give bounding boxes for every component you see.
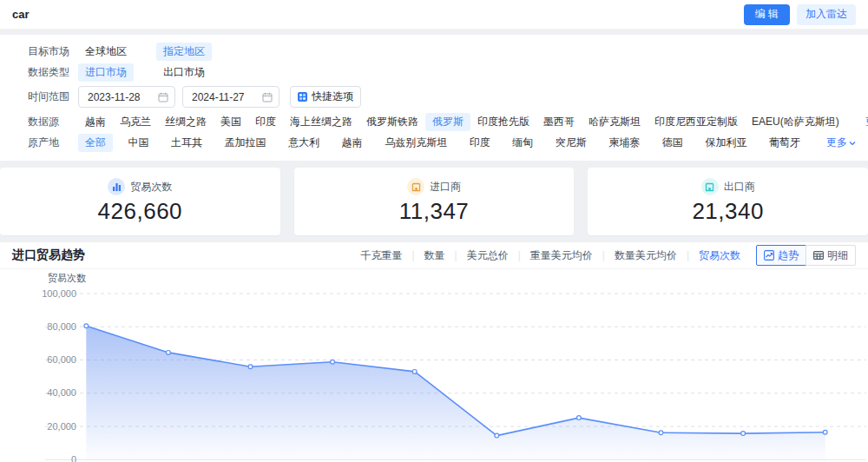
origin-more-link[interactable]: 更多 [826, 135, 856, 150]
filter-option[interactable]: 海上丝绸之路 [283, 113, 359, 131]
view-toggle-group: 趋势 明细 [756, 245, 856, 266]
svg-text:40,000: 40,000 [47, 387, 76, 398]
chart-metric-option[interactable]: 数量 [423, 249, 447, 261]
filter-option[interactable]: 进口市场 [78, 63, 134, 82]
filter-option[interactable]: 突尼斯 [549, 134, 594, 152]
filter-option[interactable]: 葡萄牙 [762, 134, 807, 152]
filter-option[interactable]: 美国 [214, 113, 248, 131]
filter-option[interactable]: 土耳其 [164, 134, 209, 152]
svg-text:20,000: 20,000 [47, 421, 76, 432]
filter-option[interactable]: 印度 [463, 134, 497, 152]
origin-options: 全部中国土耳其孟加拉国意大利越南乌兹别克斯坦印度缅甸突尼斯柬埔寨德国保加利亚葡萄… [78, 134, 807, 152]
filter-option[interactable]: 全球地区 [78, 43, 134, 61]
stat-label: 贸易次数 [130, 180, 172, 195]
stat-value: 21,340 [692, 198, 764, 225]
filter-option[interactable]: 丝绸之路 [158, 113, 214, 131]
filter-option[interactable]: 指定地区 [156, 43, 212, 61]
target-market-label: 目标市场 [28, 44, 78, 59]
add-to-radar-button[interactable]: 加入雷达 [797, 4, 856, 25]
filter-option[interactable]: 俄罗斯铁路 [359, 113, 425, 131]
stat-card-exporters: 出口商 21,340 [588, 168, 868, 235]
date-to-value[interactable] [192, 91, 254, 103]
stat-value: 426,660 [98, 198, 182, 225]
stat-value: 11,347 [399, 198, 470, 225]
filter-option[interactable]: 全部 [78, 134, 113, 152]
stat-label: 出口商 [724, 180, 755, 195]
data-type-label: 数据类型 [28, 65, 78, 80]
stat-label: 进口商 [430, 180, 461, 195]
detail-view-label: 明细 [827, 248, 848, 263]
origin-label: 原产地 [28, 135, 78, 150]
filter-option[interactable]: 印度 [248, 113, 283, 131]
data-source-options: 越南乌克兰丝绸之路美国印度海上丝绸之路俄罗斯铁路俄罗斯印度抢先版墨西哥哈萨克斯坦… [78, 113, 846, 131]
detail-view-button[interactable]: 明细 [806, 245, 856, 266]
filter-option[interactable]: 哈萨克斯坦 [582, 113, 648, 131]
filter-option[interactable]: 越南 [335, 134, 370, 152]
page-title: car [12, 8, 30, 21]
filter-option[interactable]: 乌兹别克斯坦 [378, 134, 454, 152]
exporter-icon [701, 178, 719, 195]
filter-option[interactable]: 出口市场 [156, 63, 212, 82]
chart-panel: 进口贸易趋势 千克重量|数量|美元总价|重量美元均价|数量美元均价|贸易次数 趋… [0, 242, 868, 462]
calendar-icon [262, 92, 273, 102]
chart-metric-option[interactable]: 数量美元均价 [613, 249, 679, 261]
svg-text:60,000: 60,000 [47, 354, 76, 365]
filter-option[interactable]: 越南 [78, 113, 113, 131]
filter-option[interactable]: 印度抢先版 [470, 113, 536, 131]
filter-option[interactable]: 缅甸 [505, 134, 540, 152]
filter-option[interactable]: 保加利亚 [698, 134, 753, 152]
filter-option[interactable]: 印度尼西亚定制版 [648, 113, 745, 131]
quick-options-icon [298, 92, 307, 102]
edit-button[interactable]: 编 辑 [744, 4, 790, 25]
filter-option[interactable]: EAEU(哈萨克斯坦) [745, 113, 846, 131]
trend-view-label: 趋势 [778, 248, 799, 263]
date-from-value[interactable] [88, 91, 150, 103]
quick-options-label: 快捷选项 [312, 89, 353, 104]
filter-option[interactable]: 德国 [655, 134, 690, 152]
data-source-label: 数据源 [28, 115, 78, 129]
filter-option[interactable]: 意大利 [281, 134, 326, 152]
chart-controls: 千克重量|数量|美元总价|重量美元均价|数量美元均价|贸易次数 趋势 明细 [358, 245, 856, 266]
svg-text:100,000: 100,000 [42, 288, 76, 299]
data-source-row: 数据源 越南乌克兰丝绸之路美国印度海上丝绸之路俄罗斯铁路俄罗斯印度抢先版墨西哥哈… [28, 112, 856, 132]
svg-text:80,000: 80,000 [47, 321, 76, 332]
chevron-down-icon [849, 141, 856, 146]
topbar: car 编 辑 加入雷达 [0, 0, 868, 30]
target-market-options: 全球地区指定地区 [78, 43, 212, 61]
chart-metric-option[interactable]: 千克重量 [358, 249, 404, 261]
filter-option[interactable]: 中国 [122, 134, 156, 152]
topbar-actions: 编 辑 加入雷达 [744, 4, 856, 25]
filter-option[interactable]: 乌克兰 [113, 113, 158, 131]
filter-option[interactable]: 柬埔寨 [602, 134, 647, 152]
data-type-row: 数据类型 进口市场出口市场 [28, 63, 856, 82]
date-to-input[interactable] [182, 86, 279, 108]
svg-text:贸易次数: 贸易次数 [48, 273, 86, 283]
metric-separator: | [602, 249, 605, 261]
chart-header: 进口贸易趋势 千克重量|数量|美元总价|重量美元均价|数量美元均价|贸易次数 趋… [0, 242, 868, 269]
trend-view-button[interactable]: 趋势 [756, 245, 806, 266]
stat-card-importers: 进口商 11,347 [294, 168, 575, 235]
date-from-input[interactable] [78, 86, 175, 108]
chart-metric-option[interactable]: 贸易次数 [697, 249, 742, 261]
filter-option[interactable]: 墨西哥 [536, 113, 582, 131]
chart-metric-option[interactable]: 重量美元均价 [529, 249, 595, 261]
metric-separator: | [518, 249, 521, 261]
metric-list: 千克重量|数量|美元总价|重量美元均价|数量美元均价|贸易次数 [358, 248, 742, 263]
time-range-row: 时间范围 [28, 86, 856, 108]
more-label: 更多 [826, 135, 847, 150]
chart-metric-option[interactable]: 美元总价 [465, 249, 510, 261]
time-range-label: 时间范围 [28, 89, 78, 104]
data-type-options: 进口市场出口市场 [78, 63, 212, 82]
origin-row: 原产地 全部中国土耳其孟加拉国意大利越南乌兹别克斯坦印度缅甸突尼斯柬埔寨德国保加… [28, 133, 856, 153]
filter-option[interactable]: 孟加拉国 [218, 134, 273, 152]
filter-panel: 目标市场 全球地区指定地区 数据类型 进口市场出口市场 时间范围 [0, 35, 868, 161]
chart-title: 进口贸易趋势 [12, 248, 85, 263]
stats-row: 贸易次数 426,660 进口商 11,347 出口商 21,340 [0, 168, 868, 235]
trend-line-chart[interactable]: 贸易次数020,00040,00060,00080,000100,0002023… [0, 269, 868, 462]
target-market-row: 目标市场 全球地区指定地区 [28, 42, 856, 62]
calendar-icon [158, 92, 168, 102]
table-icon [813, 250, 824, 261]
quick-options-button[interactable]: 快捷选项 [290, 86, 361, 108]
trend-chart-icon [764, 250, 774, 261]
filter-option[interactable]: 俄罗斯 [425, 113, 470, 131]
